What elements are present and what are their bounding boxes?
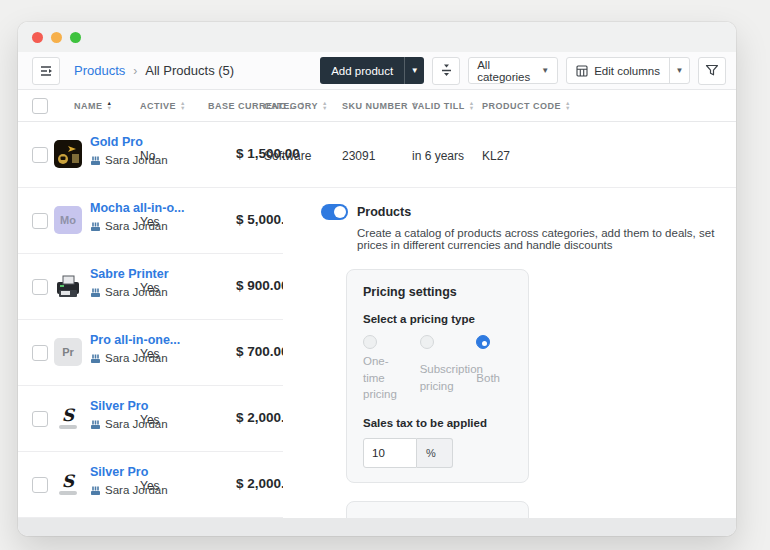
toggle-knob-icon	[334, 206, 346, 218]
add-product-button[interactable]: Add product ▼	[320, 57, 424, 84]
chevron-down-icon: ▼	[411, 67, 419, 75]
pricing-type-label: Select a pricing type	[363, 313, 514, 325]
row-height-icon	[440, 64, 453, 77]
column-header-active[interactable]: ACTIVE▲▼	[140, 90, 186, 122]
column-header-name[interactable]: NAME▲▼	[74, 90, 112, 122]
pricing-settings-card: Pricing settings Select a pricing type O…	[346, 269, 529, 483]
category-filter-value: All categories	[477, 59, 541, 83]
add-product-label: Add product	[320, 65, 404, 77]
edit-columns-main[interactable]: Edit columns	[567, 58, 669, 83]
products-description: Create a catalog of products across cate…	[357, 227, 716, 251]
row-checkbox[interactable]	[32, 147, 48, 163]
row-checkbox[interactable]	[32, 279, 48, 295]
pricing-type-option-label: Subscription pricing	[420, 361, 458, 394]
price-cell: $ 700.00	[236, 344, 289, 359]
column-header-valid-till[interactable]: VALID TILL▲▼	[412, 90, 475, 122]
valid-till-cell: in 6 years	[412, 149, 464, 163]
product-name-link[interactable]: Sabre Printer	[90, 267, 198, 281]
product-name-link[interactable]: Silver Pro	[90, 399, 198, 413]
owner-icon	[90, 485, 101, 496]
edit-columns-button[interactable]: Edit columns ▼	[566, 57, 690, 84]
app-window: Products › All Products (5) Add product …	[18, 22, 736, 536]
pricing-settings-title: Pricing settings	[363, 285, 514, 299]
pricing-type-option[interactable]: Subscription pricing	[420, 335, 471, 403]
pricing-type-option[interactable]: One-time pricing	[363, 335, 414, 403]
table-header-row: NAME▲▼ACTIVE▲▼BASE CURRENC...▲▼CATEGORY▲…	[18, 90, 736, 122]
active-cell: Yes	[140, 347, 160, 361]
sort-arrows-icon: ▲▼	[469, 101, 475, 111]
sort-arrows-icon: ▲▼	[322, 101, 328, 111]
category-cell: Software	[264, 149, 311, 163]
radio-icon	[420, 335, 434, 349]
list-view-icon	[39, 64, 53, 78]
sales-tax-unit: %	[417, 438, 453, 468]
product-photo-gold	[54, 140, 82, 168]
row-height-button[interactable]	[432, 57, 460, 85]
owner-name: Sara Jordan	[105, 154, 168, 166]
products-toggle[interactable]	[321, 204, 348, 220]
active-cell: Yes	[140, 215, 160, 229]
category-filter-select[interactable]: All categories ▼	[468, 57, 558, 84]
filter-button[interactable]	[698, 57, 726, 85]
active-cell: Yes	[140, 281, 160, 295]
sort-arrows-icon: ▲▼	[180, 101, 186, 111]
pricing-type-option-label: Both	[476, 370, 500, 387]
sku-cell: 23091	[342, 149, 375, 163]
product-name-link[interactable]: Silver Pro	[90, 465, 198, 479]
breadcrumb-products-link[interactable]: Products	[74, 63, 125, 78]
close-window-icon[interactable]	[32, 32, 43, 43]
window-footer	[18, 518, 736, 536]
product-logo-s: S	[54, 404, 82, 432]
price-cell: $ 900.00	[236, 278, 289, 293]
active-cell: No	[140, 149, 155, 163]
sales-tax-label: Sales tax to be applied	[363, 417, 514, 429]
product-logo-s: S	[54, 470, 82, 498]
product-initials-avatar: Pr	[54, 338, 82, 366]
product-name-link[interactable]: Mocha all-in-o...	[90, 201, 198, 215]
edit-columns-label: Edit columns	[594, 65, 660, 77]
product-photo-printer	[54, 272, 82, 300]
product-name-link[interactable]: Gold Pro	[90, 135, 198, 149]
owner-icon	[90, 419, 101, 430]
minimize-window-icon[interactable]	[51, 32, 62, 43]
table-row[interactable]: Gold ProSara JordanNo$ 1,500.00Software2…	[18, 122, 736, 188]
toolbar: Products › All Products (5) Add product …	[18, 52, 736, 90]
sales-tax-input[interactable]	[363, 438, 417, 468]
column-header-product-code[interactable]: PRODUCT CODE▲▼	[482, 90, 571, 122]
row-checkbox[interactable]	[32, 411, 48, 427]
filter-funnel-icon	[705, 64, 719, 77]
column-header-category[interactable]: CATEGORY▲▼	[264, 90, 328, 122]
breadcrumb: Products › All Products (5)	[74, 63, 234, 78]
products-toggle-label: Products	[357, 205, 411, 219]
select-all-checkbox[interactable]	[32, 98, 48, 114]
owner-icon	[90, 221, 101, 232]
edit-columns-dropdown[interactable]: ▼	[669, 58, 689, 83]
add-product-dropdown[interactable]: ▼	[404, 57, 424, 84]
row-checkbox[interactable]	[32, 477, 48, 493]
list-view-button[interactable]	[32, 57, 60, 85]
window-titlebar	[18, 22, 736, 52]
zoom-window-icon[interactable]	[70, 32, 81, 43]
pricing-type-radios: One-time pricingSubscription pricingBoth	[363, 335, 514, 403]
owner-icon	[90, 287, 101, 298]
product-code-cell: KL27	[482, 149, 510, 163]
row-checkbox[interactable]	[32, 213, 48, 229]
owner-icon	[90, 353, 101, 364]
sort-arrows-icon: ▲▼	[565, 101, 571, 111]
radio-icon	[476, 335, 490, 349]
product-name-link[interactable]: Pro all-in-one...	[90, 333, 198, 347]
column-header-sku-number[interactable]: SKU NUMBER▲▼	[342, 90, 418, 122]
breadcrumb-current: All Products (5)	[145, 63, 234, 78]
product-initials-avatar: Mo	[54, 206, 82, 234]
table-grid-icon	[576, 65, 588, 77]
chevron-down-icon: ▼	[541, 67, 549, 75]
owner-icon	[90, 155, 101, 166]
pricing-type-option[interactable]: Both	[476, 335, 514, 403]
pricing-type-option-label: One-time pricing	[363, 353, 401, 403]
sort-arrows-icon: ▲▼	[107, 101, 113, 111]
chevron-down-icon: ▼	[676, 67, 684, 75]
breadcrumb-separator: ›	[133, 64, 137, 78]
row-checkbox[interactable]	[32, 345, 48, 361]
active-cell: Yes	[140, 479, 160, 493]
products-settings-panel: Products Create a catalog of products ac…	[283, 188, 736, 518]
